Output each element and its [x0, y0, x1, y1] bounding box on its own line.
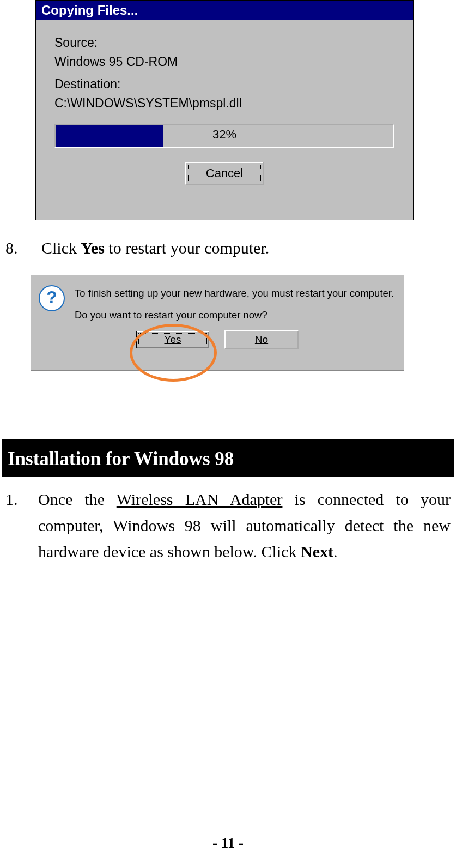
copying-files-dialog: Copying Files... Source: Windows 95 CD-R…: [35, 0, 414, 220]
restart-confirm-dialog: ? To finish setting up your new hardware…: [31, 275, 404, 371]
restart-message-line1: To finish setting up your new hardware, …: [75, 285, 394, 302]
restart-message-line2: Do you want to restart your computer now…: [75, 307, 394, 323]
step1-text-a: Once the: [38, 490, 117, 508]
step1-text-bold: Next: [301, 542, 333, 560]
dialog-title: Copying Files...: [36, 1, 413, 20]
step8-text-pre: Click: [41, 239, 81, 257]
step1-text-c: .: [333, 542, 338, 560]
step1-text-underlined: Wireless LAN Adapter: [117, 490, 283, 508]
instruction-step-8: 8. Click Yes to restart your computer.: [5, 239, 269, 257]
step-number: 1.: [5, 486, 38, 565]
no-button-label: No: [255, 334, 268, 345]
instruction-step-1: 1. Once the Wireless LAN Adapter is conn…: [5, 486, 451, 565]
progress-bar: 32%: [54, 124, 394, 148]
cancel-button[interactable]: Cancel: [185, 162, 264, 185]
step8-text-post: to restart your computer.: [105, 239, 269, 257]
source-value: Windows 95 CD-ROM: [54, 55, 394, 69]
step-number: 8.: [5, 239, 41, 257]
destination-label: Destination:: [54, 77, 394, 92]
yes-button[interactable]: Yes: [136, 331, 209, 348]
destination-value: C:\WINDOWS\SYSTEM\pmspl.dll: [54, 96, 394, 111]
source-label: Source:: [54, 35, 394, 50]
progress-label: 32%: [56, 125, 393, 147]
section-header: Installation for Windows 98: [2, 439, 454, 477]
yes-button-label: Yes: [165, 334, 181, 345]
page-number: - 11 -: [0, 835, 456, 852]
question-icon: ?: [39, 285, 65, 311]
step8-text-bold: Yes: [81, 239, 105, 257]
no-button[interactable]: No: [224, 330, 299, 349]
